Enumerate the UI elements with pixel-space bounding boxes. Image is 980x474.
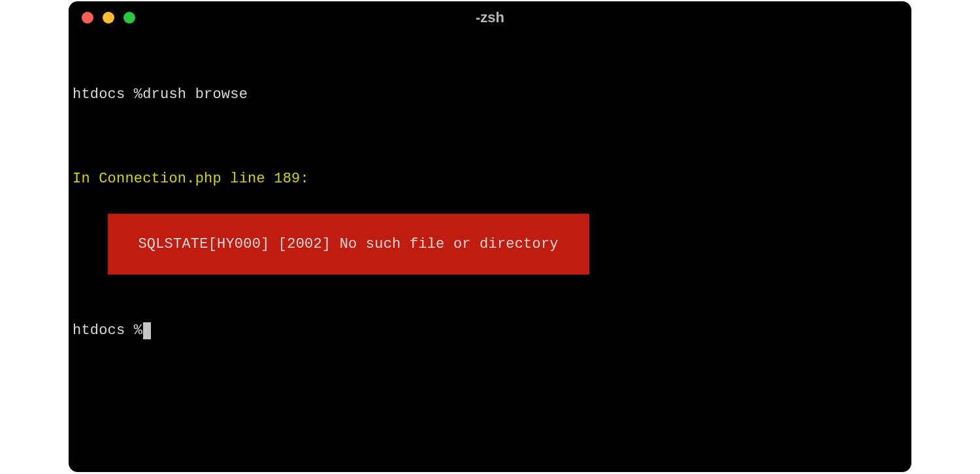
minimize-icon[interactable] <box>103 12 114 24</box>
traffic-lights <box>82 12 135 24</box>
close-icon[interactable] <box>82 12 93 24</box>
cursor-icon <box>143 322 151 339</box>
titlebar: -zsh <box>69 1 911 34</box>
prompt-text: htdocs % <box>73 86 142 103</box>
error-location: In Connection.php line 189: <box>73 168 907 190</box>
window-title: -zsh <box>69 9 911 26</box>
prompt-text: htdocs % <box>73 320 142 341</box>
command-line-2: htdocs % <box>73 320 907 341</box>
command-line-1: htdocs %drush browse <box>73 84 907 105</box>
command-text: drush browse <box>142 86 248 103</box>
terminal-window: -zsh htdocs %drush browse In Connection.… <box>69 1 911 472</box>
zoom-icon[interactable] <box>123 12 135 24</box>
error-message-block: SQLSTATE[HY000] [2002] No such file or d… <box>108 214 589 275</box>
terminal-body[interactable]: htdocs %drush browse In Connection.php l… <box>69 34 911 388</box>
